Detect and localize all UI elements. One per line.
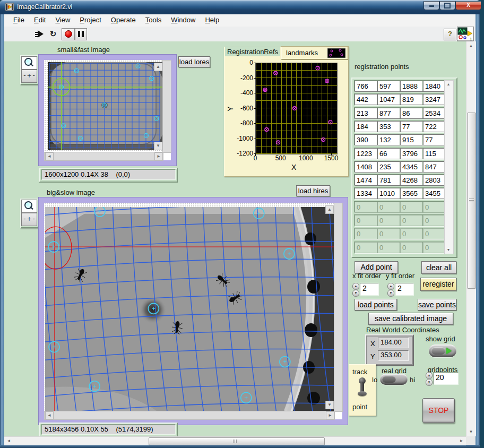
title-bar[interactable]: ImageCalibrator2.vi X xyxy=(0,0,480,14)
reg-cell-6-3[interactable]: 847 xyxy=(423,161,446,173)
reg-cell-0-2[interactable]: 1888 xyxy=(400,81,423,92)
run-continuous-button[interactable]: ↻ xyxy=(48,29,58,39)
graph-plot[interactable] xyxy=(255,63,338,154)
reg-cell-1-0[interactable]: 442 xyxy=(355,94,377,105)
load-lores-button[interactable]: load lores xyxy=(178,56,210,67)
reg-cell-2-2[interactable]: 86 xyxy=(400,108,423,119)
big-viewer-hscrollbar[interactable]: ◄ ► xyxy=(44,411,335,420)
reg-cell-8-1[interactable]: 1010 xyxy=(377,188,400,199)
reg-cell-4-1[interactable]: 132 xyxy=(377,134,400,145)
reg-cell-11-3: 0 xyxy=(423,228,446,239)
menu-item-project[interactable]: Project xyxy=(75,14,106,26)
menu-item-file[interactable]: File xyxy=(8,14,29,26)
reg-cell-3-1[interactable]: 353 xyxy=(377,121,400,132)
big-image-viewer[interactable]: ▲ ▼ ◄ ► xyxy=(39,197,348,425)
reg-cell-12-0: 0 xyxy=(355,242,377,253)
y-fit-order-input[interactable]: 2 xyxy=(395,283,414,296)
reg-cell-6-2[interactable]: 4345 xyxy=(400,161,423,173)
reg-cell-0-0[interactable]: 766 xyxy=(355,81,377,92)
clear-all-button[interactable]: clear all xyxy=(421,261,456,274)
reg-cell-4-0[interactable]: 390 xyxy=(355,134,377,145)
x-fit-order-input[interactable]: 2 xyxy=(360,283,379,296)
reg-cell-9-2: 0 xyxy=(400,202,423,213)
abort-button[interactable] xyxy=(62,28,75,40)
small-viewer-vscrollbar[interactable] xyxy=(162,60,171,153)
reg-cell-2-0[interactable]: 213 xyxy=(355,108,377,119)
x-fit-order-increment[interactable]: ▲ xyxy=(352,283,359,290)
save-calibrated-image-button[interactable]: save calibrated image xyxy=(368,313,453,325)
menu-item-edit[interactable]: Edit xyxy=(29,14,50,26)
reg-cell-3-3[interactable]: 722 xyxy=(423,121,446,132)
small-image-canvas[interactable] xyxy=(48,62,162,150)
reg-cell-5-1[interactable]: 66 xyxy=(377,148,400,159)
menu-item-operate[interactable]: Operate xyxy=(106,14,141,26)
save-points-button[interactable]: save points xyxy=(418,299,456,311)
reg-cell-6-0[interactable]: 1408 xyxy=(355,161,377,173)
pause-button[interactable] xyxy=(75,28,87,40)
y-tick--400: -400 xyxy=(233,89,253,97)
gridpoints-decrement[interactable]: ▼ xyxy=(426,379,433,386)
reg-cell-5-2[interactable]: 3796 xyxy=(400,148,423,159)
reg-cell-2-1[interactable]: 877 xyxy=(377,108,400,119)
reg-cell-1-3[interactable]: 3247 xyxy=(423,94,446,105)
menu-item-view[interactable]: View xyxy=(50,14,75,26)
big-pan-tool-button[interactable]: -＋- xyxy=(21,213,37,226)
minimize-button[interactable] xyxy=(424,1,439,10)
help-button[interactable]: ? xyxy=(444,29,456,40)
reg-cell-5-3[interactable]: 115 xyxy=(423,148,446,159)
small-viewer-scroll-up[interactable]: ▲ xyxy=(154,63,162,71)
reg-cell-3-2[interactable]: 77 xyxy=(400,121,423,132)
big-image-canvas[interactable] xyxy=(45,207,334,411)
reg-cell-5-0[interactable]: 1223 xyxy=(355,148,377,159)
small-image-viewer[interactable]: ▲ ▼ ◄ ► xyxy=(39,55,176,166)
reg-cell-0-1[interactable]: 597 xyxy=(377,81,400,92)
zoom-tool-button[interactable] xyxy=(21,56,37,70)
big-viewer-scroll-down[interactable]: ▼ xyxy=(325,401,334,409)
table-scrollbar[interactable]: ▲ ▼ xyxy=(444,80,454,254)
reg-cell-3-0[interactable]: 184 xyxy=(355,121,377,132)
maximize-button[interactable] xyxy=(439,1,455,10)
track-point-switch[interactable] xyxy=(357,377,368,400)
y-fit-order-increment[interactable]: ▲ xyxy=(387,283,394,290)
reg-cell-8-2[interactable]: 3565 xyxy=(400,188,423,199)
gridpoints-increment[interactable]: ▲ xyxy=(426,372,433,379)
reg-cell-7-1[interactable]: 781 xyxy=(377,175,400,186)
reg-cell-2-3[interactable]: 2534 xyxy=(423,108,446,119)
reg-cell-8-3[interactable]: 3455 xyxy=(423,188,446,199)
reg-cell-7-3[interactable]: 2803 xyxy=(423,175,446,186)
load-hires-button[interactable]: load hires xyxy=(296,185,330,196)
reg-cell-4-2[interactable]: 915 xyxy=(400,134,423,145)
x-fit-order-decrement[interactable]: ▼ xyxy=(352,290,359,297)
small-viewer-scroll-down[interactable]: ▼ xyxy=(154,142,162,150)
y-fit-order-decrement[interactable]: ▼ xyxy=(387,290,394,297)
reg-cell-6-1[interactable]: 235 xyxy=(377,161,400,173)
gridpoints-input[interactable]: 20 xyxy=(433,372,459,385)
run-button[interactable] xyxy=(35,30,44,38)
reg-cell-8-0[interactable]: 1334 xyxy=(355,188,377,199)
reg-cell-0-3[interactable]: 1840 xyxy=(423,81,446,92)
graph-legend[interactable]: landmarks xyxy=(281,47,348,59)
window-hscrollbar[interactable]: ◄ ► xyxy=(4,436,466,445)
abort-icon xyxy=(65,30,72,38)
reg-cell-1-1[interactable]: 1047 xyxy=(377,94,400,105)
small-viewer-toolbox: -＋- xyxy=(20,55,40,85)
reg-cell-7-2[interactable]: 4268 xyxy=(400,175,423,186)
reg-cell-4-3[interactable]: 77 xyxy=(423,134,446,145)
real-grid-switch[interactable] xyxy=(380,374,408,385)
big-viewer-vscrollbar[interactable] xyxy=(334,203,343,412)
stop-button[interactable]: STOP xyxy=(422,398,455,423)
reg-cell-7-0[interactable]: 1474 xyxy=(355,175,377,186)
big-viewer-scroll-up[interactable]: ▲ xyxy=(325,205,334,214)
pan-tool-button[interactable]: -＋- xyxy=(21,70,37,83)
reg-cell-1-2[interactable]: 819 xyxy=(400,94,423,105)
menu-item-help[interactable]: Help xyxy=(200,14,224,26)
menu-item-window[interactable]: Window xyxy=(166,14,200,26)
load-points-button[interactable]: load points xyxy=(355,299,397,311)
reregister-button[interactable]: reregister xyxy=(420,278,456,291)
big-zoom-tool-button[interactable] xyxy=(21,200,37,213)
close-button[interactable]: X xyxy=(455,1,481,10)
show-grid-switch[interactable] xyxy=(429,344,456,357)
menu-item-tools[interactable]: Tools xyxy=(141,14,166,26)
window-vscrollbar[interactable]: ▲ ▼ xyxy=(466,41,476,436)
small-viewer-hscrollbar[interactable]: ◄ ► xyxy=(44,152,163,161)
